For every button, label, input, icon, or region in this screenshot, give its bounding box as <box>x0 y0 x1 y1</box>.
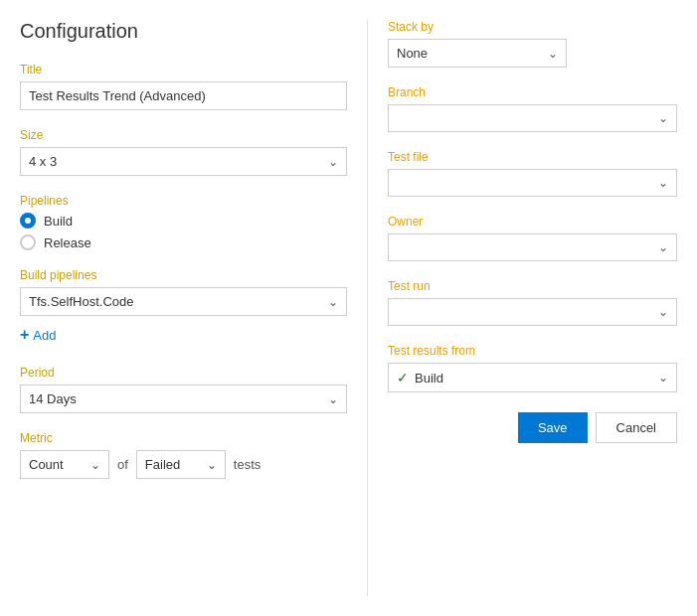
period-select[interactable]: 14 Days ⌄ <box>20 385 347 413</box>
size-chevron-icon: ⌄ <box>328 155 338 169</box>
period-chevron-icon: ⌄ <box>328 392 338 406</box>
pipeline-release-label: Release <box>44 235 91 250</box>
metric-count-value: Count <box>29 457 64 472</box>
build-pipelines-select[interactable]: Tfs.SelfHost.Code ⌄ <box>20 287 347 316</box>
pipelines-label: Pipelines <box>20 194 347 208</box>
metric-failed-value: Failed <box>145 457 180 472</box>
build-pipelines-label: Build pipelines <box>20 268 347 282</box>
period-value: 14 Days <box>29 391 77 406</box>
plus-icon: + <box>20 326 29 344</box>
stack-by-group: Stack by None ⌄ <box>388 20 677 68</box>
pipeline-build-item[interactable]: Build <box>20 213 347 229</box>
test-run-group: Test run ⌄ <box>388 279 677 326</box>
test-file-chevron-icon: ⌄ <box>658 176 668 190</box>
test-run-select[interactable]: ⌄ <box>388 298 677 326</box>
size-value: 4 x 3 <box>29 154 57 169</box>
branch-label: Branch <box>388 85 677 99</box>
test-results-from-label: Test results from <box>388 344 677 358</box>
branch-group: Branch ⌄ <box>388 85 677 132</box>
metric-of-label: of <box>117 457 128 472</box>
test-results-from-value-row: ✓ Build <box>397 370 443 385</box>
button-row: Save Cancel <box>388 412 677 443</box>
metric-group: Metric Count ⌄ of Failed ⌄ tests <box>20 431 347 479</box>
metric-row: Count ⌄ of Failed ⌄ tests <box>20 450 347 479</box>
pipeline-release-radio[interactable] <box>20 234 36 250</box>
owner-group: Owner ⌄ <box>388 215 677 261</box>
period-label: Period <box>20 366 347 380</box>
test-results-from-group: Test results from ✓ Build ⌄ <box>388 344 677 392</box>
branch-select[interactable]: ⌄ <box>388 104 677 132</box>
title-group: Title <box>20 63 347 110</box>
metric-label: Metric <box>20 431 347 445</box>
pipeline-build-radio[interactable] <box>20 213 36 229</box>
stack-by-select[interactable]: None ⌄ <box>388 39 567 68</box>
test-results-from-value: Build <box>415 371 443 385</box>
stack-by-value: None <box>397 46 428 61</box>
owner-chevron-icon: ⌄ <box>658 240 668 254</box>
size-label: Size <box>20 128 347 142</box>
title-input[interactable] <box>20 81 347 110</box>
stack-by-label: Stack by <box>388 20 677 34</box>
branch-chevron-icon: ⌄ <box>658 111 668 125</box>
right-panel: Stack by None ⌄ Branch ⌄ Test file ⌄ Own… <box>368 20 697 596</box>
size-select[interactable]: 4 x 3 ⌄ <box>20 147 347 176</box>
build-pipelines-chevron-icon: ⌄ <box>328 295 338 309</box>
build-pipelines-value: Tfs.SelfHost.Code <box>29 294 134 309</box>
add-label: Add <box>33 328 56 343</box>
test-run-label: Test run <box>388 279 677 293</box>
pipeline-build-label: Build <box>44 214 73 229</box>
stack-by-chevron-icon: ⌄ <box>548 47 558 61</box>
metric-tests-label: tests <box>234 457 261 472</box>
test-results-from-select[interactable]: ✓ Build ⌄ <box>388 363 677 392</box>
test-file-label: Test file <box>388 150 677 164</box>
period-group: Period 14 Days ⌄ <box>20 366 347 413</box>
test-run-chevron-icon: ⌄ <box>658 305 668 319</box>
owner-select[interactable]: ⌄ <box>388 233 677 261</box>
checkmark-icon: ✓ <box>397 370 409 385</box>
save-button[interactable]: Save <box>518 412 588 443</box>
cancel-button[interactable]: Cancel <box>596 412 677 443</box>
build-pipelines-group: Build pipelines Tfs.SelfHost.Code ⌄ + Ad… <box>20 268 347 348</box>
test-file-select[interactable]: ⌄ <box>388 169 677 197</box>
metric-count-select[interactable]: Count ⌄ <box>20 450 109 479</box>
size-group: Size 4 x 3 ⌄ <box>20 128 347 176</box>
page-title: Configuration <box>20 20 347 43</box>
owner-label: Owner <box>388 215 677 229</box>
test-results-from-chevron-icon: ⌄ <box>658 371 668 385</box>
pipeline-release-item[interactable]: Release <box>20 234 347 250</box>
metric-failed-chevron-icon: ⌄ <box>207 458 217 472</box>
metric-failed-select[interactable]: Failed ⌄ <box>136 450 226 479</box>
add-pipeline-button[interactable]: + Add <box>20 322 56 348</box>
pipeline-radio-group: Build Release <box>20 213 347 250</box>
test-file-group: Test file ⌄ <box>388 150 677 197</box>
metric-count-chevron-icon: ⌄ <box>90 458 100 472</box>
left-panel: Configuration Title Size 4 x 3 ⌄ Pipelin… <box>0 20 368 596</box>
pipelines-group: Pipelines Build Release <box>20 194 347 250</box>
title-label: Title <box>20 63 347 77</box>
